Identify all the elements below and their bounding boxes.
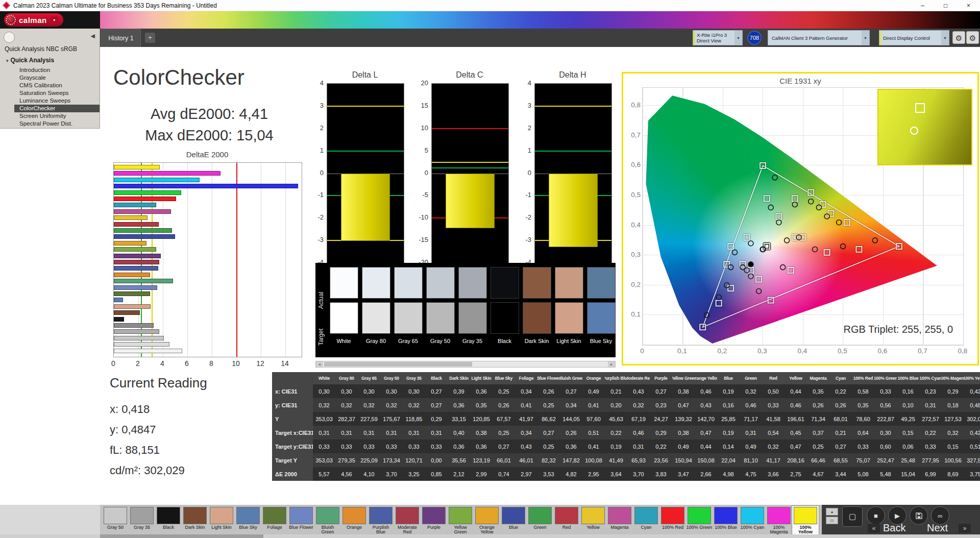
table-cell: 0,60 xyxy=(874,439,897,453)
swatch-column-gray-65: Gray 65 xyxy=(392,267,424,357)
pattern-swatch-black[interactable]: Black xyxy=(155,506,182,535)
window-small-icon[interactable]: ▭ xyxy=(826,517,838,524)
pattern-swatch-purplish-blue[interactable]: Purplish Blue xyxy=(368,506,394,535)
y-tick-label: -2 xyxy=(509,213,531,221)
sidebar-collapse-icon[interactable]: ◀ xyxy=(91,33,95,39)
settings-gear-icon[interactable]: ⚙ xyxy=(952,31,965,44)
next-chevron-icon[interactable]: » xyxy=(959,524,971,533)
sidebar-item-introduction[interactable]: Introduction xyxy=(0,66,100,74)
table-cell: 120,85 xyxy=(470,412,493,426)
limit-line xyxy=(432,167,508,168)
display-control-selector[interactable]: Direct Display Control ▾ xyxy=(879,30,949,45)
table-column-header: 100% Blue xyxy=(897,372,919,384)
table-cell: 0,43 xyxy=(695,398,717,412)
scrollbar-thumb[interactable] xyxy=(324,362,472,366)
pattern-generator-selector[interactable]: CalMAN Client 3 Pattern Generator ▾ xyxy=(768,30,870,45)
maximize-button[interactable]: □ xyxy=(934,0,957,11)
pattern-swatch-red[interactable]: Red xyxy=(553,506,580,535)
minimize-button[interactable]: – xyxy=(911,0,934,11)
table-cell: 0,27 xyxy=(650,384,672,398)
pattern-swatch-purple[interactable]: Purple xyxy=(421,506,447,535)
pattern-swatch-100-yellow[interactable]: 100% Yellow xyxy=(792,506,819,535)
sidebar-item-luminance-sweeps[interactable]: Luminance Sweeps xyxy=(0,97,100,105)
pattern-window-button[interactable]: ▢ xyxy=(842,506,863,527)
table-row-label: Target y:CIE31 xyxy=(272,439,313,453)
pattern-swatch-dark-skin[interactable]: Dark Skin xyxy=(182,506,208,535)
cie-y-tick: 0,8 xyxy=(624,101,641,109)
pattern-swatch-orange[interactable]: Orange xyxy=(341,506,368,535)
eject-icon[interactable]: ▴ xyxy=(826,508,838,516)
pattern-swatch-magenta[interactable]: Magenta xyxy=(606,506,633,535)
pattern-swatch-light-skin[interactable]: Light Skin xyxy=(208,506,235,535)
calman-logo-menu[interactable]: calman ▾ xyxy=(4,13,63,27)
pattern-swatch-green[interactable]: Green xyxy=(527,506,553,535)
limit-line xyxy=(432,128,508,129)
pattern-dropdown-icon[interactable]: ▾ xyxy=(862,31,869,45)
sidebar-item-spectral-power-dist[interactable]: Spectral Power Dist. xyxy=(0,120,100,128)
table-cell: 0,44 xyxy=(695,439,717,453)
pattern-swatch-100-magenta[interactable]: 100% Magenta xyxy=(766,506,792,535)
x-tick-label: 4 xyxy=(156,359,168,368)
next-button[interactable]: Next xyxy=(927,522,948,534)
sidebar-item-colorchecker[interactable]: ColorChecker xyxy=(14,105,100,112)
pattern-swatch-bluish-green[interactable]: Bluish Green xyxy=(314,506,341,535)
pattern-swatch-moderate-red[interactable]: Moderate Red xyxy=(394,506,421,535)
scroll-right-icon[interactable]: ▸ xyxy=(608,361,615,367)
back-button[interactable]: Back xyxy=(883,522,905,534)
workflow-gear-icon[interactable]: ⚙ xyxy=(966,31,979,44)
pattern-swatch-cyan[interactable]: Cyan xyxy=(633,506,659,535)
save-button[interactable] xyxy=(910,506,928,525)
scroll-left-icon[interactable]: ◂ xyxy=(316,361,323,367)
pattern-swatch-100-cyan[interactable]: 100% Cyan xyxy=(739,506,766,535)
swatch-column-white: White xyxy=(328,267,360,357)
pattern-swatch-100-blue[interactable]: 100% Blue xyxy=(713,506,739,535)
table-cell: 272,57 xyxy=(919,412,942,426)
table-cell: 0,43 xyxy=(515,439,537,453)
bottom-scrollbar-thumb[interactable] xyxy=(100,534,263,538)
pattern-swatch-gray-50[interactable]: Gray 50 xyxy=(102,506,129,535)
y-tick-label: -2 xyxy=(301,213,324,221)
pattern-label: Magenta xyxy=(606,525,633,535)
sidebar-item-saturation-sweeps[interactable]: Saturation Sweeps xyxy=(0,89,100,97)
swatch-grid-scrollbar[interactable]: ◂ ▸ xyxy=(315,361,616,368)
pattern-swatch-blue-flower[interactable]: Blue Flower xyxy=(288,506,314,535)
pattern-swatch-100-green[interactable]: 100% Green xyxy=(686,506,713,535)
table-cell: 25,85 xyxy=(717,412,740,426)
table-column-header: Gray 65 xyxy=(358,372,380,384)
table-cell: 0,32 xyxy=(740,384,762,398)
close-button[interactable]: × xyxy=(957,0,980,11)
tab-history-1[interactable]: History 1 xyxy=(101,29,141,47)
pattern-swatch-gray-35[interactable]: Gray 35 xyxy=(129,506,155,535)
sidebar-item-screen-uniformity[interactable]: Screen Uniformity xyxy=(0,112,100,120)
display-dropdown-icon[interactable]: ▾ xyxy=(941,31,949,45)
table-column-header: Orange Yellow xyxy=(695,372,717,384)
pattern-swatch-100-red[interactable]: 100% Red xyxy=(659,506,686,535)
table-cell: 6,99 xyxy=(919,467,942,481)
delta-bar xyxy=(446,174,495,228)
bottom-scrollbar[interactable] xyxy=(0,534,980,538)
pattern-swatch-yellow[interactable]: Yellow xyxy=(580,506,606,535)
pattern-swatch-yellow-green[interactable]: Yellow Green xyxy=(447,506,474,535)
pattern-swatch-orange-yellow[interactable]: Orange Yellow xyxy=(474,506,500,535)
table-cell: 0,40 xyxy=(448,426,470,439)
add-tab-button[interactable]: + xyxy=(145,33,155,43)
stop-button[interactable]: ■ xyxy=(867,506,885,525)
pattern-swatch-blue-sky[interactable]: Blue Sky xyxy=(235,506,261,535)
pattern-label: 100% Yellow xyxy=(792,525,819,535)
pattern-swatch-foliage[interactable]: Foliage xyxy=(261,506,288,535)
pattern-color xyxy=(608,507,631,524)
table-column-header: Green xyxy=(740,372,762,384)
sidebar-item-cms-calibration[interactable]: CMS Calibration xyxy=(0,82,100,89)
window-title: Calman 2023 Calman Ultimate for Business… xyxy=(13,2,217,9)
sidebar-item-grayscale[interactable]: Grayscale xyxy=(0,74,100,82)
meter-selector[interactable]: X-Rite i1Pro 3 Direct View ▾ xyxy=(693,30,743,45)
meter-dropdown-icon[interactable]: ▾ xyxy=(734,31,742,45)
table-cell: 3,53 xyxy=(537,467,560,481)
deltae-bar-green xyxy=(114,228,172,233)
logo-dropdown-icon[interactable]: ▾ xyxy=(51,16,58,24)
pattern-label: 100% Red xyxy=(659,525,686,535)
sidebar-round-button[interactable] xyxy=(4,32,15,43)
back-chevron-icon[interactable]: « xyxy=(868,524,880,533)
pattern-swatch-blue[interactable]: Blue xyxy=(500,506,527,535)
sidebar-root-node[interactable]: ▾Quick Analysis xyxy=(6,57,54,64)
